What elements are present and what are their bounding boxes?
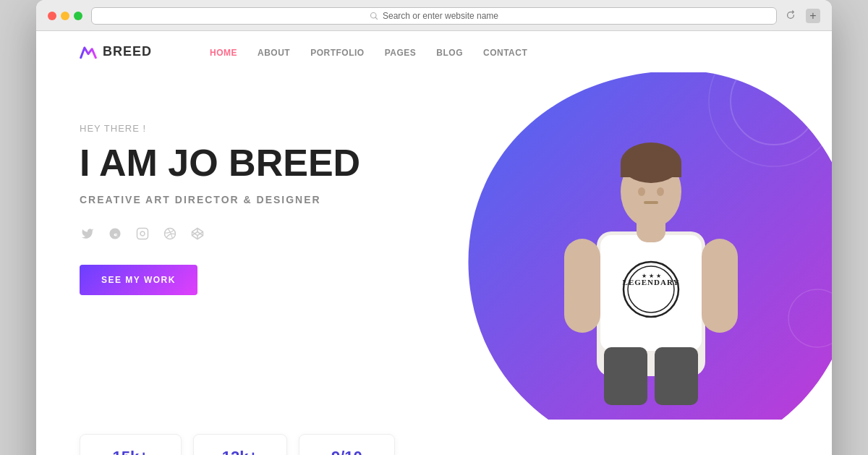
svg-line-1 (375, 17, 378, 20)
close-button[interactable] (48, 12, 56, 20)
person-illustration: LEGENDARY ★ ★ ★ (542, 116, 760, 420)
dribbble-icon[interactable] (162, 226, 178, 242)
svg-text:★: ★ (649, 273, 654, 279)
stats-row: 15k+ Happy Customer 12k+ Ticket Solved 9… (36, 420, 832, 455)
instagram-icon[interactable] (135, 226, 150, 242)
reload-button[interactable] (786, 10, 797, 22)
logo: BREED (80, 44, 152, 59)
svg-rect-5 (137, 229, 148, 239)
stat-number-rating: 9/10 (320, 448, 375, 455)
nav-link-about[interactable]: ABOUT (258, 48, 290, 58)
twitter-icon[interactable] (80, 226, 95, 242)
nav-link-home[interactable]: HOME (210, 48, 237, 58)
nav-link-blog[interactable]: BLOG (436, 48, 463, 58)
nav-link-contact[interactable]: CONTACT (483, 48, 527, 58)
codepen-icon[interactable] (190, 226, 205, 242)
svg-text:★: ★ (656, 273, 661, 279)
svg-rect-22 (702, 239, 738, 333)
svg-rect-31 (655, 347, 698, 405)
stat-card-rating: 9/10 Average Rating (299, 434, 396, 455)
svg-rect-21 (564, 239, 600, 333)
minimize-button[interactable] (61, 12, 69, 20)
address-text: Search or enter website name (383, 11, 498, 21)
nav-item-about[interactable]: ABOUT (258, 46, 290, 59)
svg-rect-14 (600, 235, 702, 351)
svg-rect-26 (621, 163, 681, 177)
stat-number-tickets: 12k+ (214, 448, 266, 455)
nav-item-portfolio[interactable]: PORTFOLIO (310, 46, 365, 59)
nav-link-portfolio[interactable]: PORTFOLIO (310, 48, 365, 58)
hero-person: LEGENDARY ★ ★ ★ (528, 101, 774, 420)
svg-point-27 (638, 187, 645, 196)
svg-text:★: ★ (642, 273, 647, 279)
nav-links: HOME ABOUT PORTFOLIO PAGES BLOG CONTACT (210, 46, 527, 59)
address-bar[interactable]: Search or enter website name (91, 7, 777, 25)
nav-item-blog[interactable]: BLOG (436, 46, 463, 59)
cta-button[interactable]: SEE MY WORK (80, 265, 197, 295)
new-tab-button[interactable]: + (806, 9, 820, 23)
nav-item-home[interactable]: HOME (210, 46, 237, 59)
stat-card-tickets: 12k+ Ticket Solved (193, 434, 287, 455)
browser-chrome: Search or enter website name + (36, 0, 832, 31)
stat-number-customers: 15k+ (101, 448, 161, 455)
svg-rect-30 (604, 347, 647, 405)
browser-window: Search or enter website name + (36, 0, 832, 455)
nav-item-contact[interactable]: CONTACT (483, 46, 527, 59)
maximize-button[interactable] (74, 12, 82, 20)
logo-icon (80, 45, 97, 59)
stat-card-customers: 15k+ Happy Customer (80, 434, 182, 455)
skype-icon[interactable] (107, 226, 123, 242)
navbar: BREED HOME ABOUT PORTFOLIO PAGES BLOG CO… (36, 31, 832, 72)
nav-item-pages[interactable]: PAGES (385, 46, 417, 59)
traffic-lights (48, 12, 82, 20)
nav-link-pages[interactable]: PAGES (385, 48, 417, 58)
svg-rect-29 (644, 201, 658, 204)
hero-section: HEY THERE ! I AM JO BREED CREATIVE ART D… (36, 72, 832, 420)
site-content: BREED HOME ABOUT PORTFOLIO PAGES BLOG CO… (36, 31, 832, 455)
logo-text: BREED (103, 44, 152, 59)
svg-point-28 (657, 187, 664, 196)
